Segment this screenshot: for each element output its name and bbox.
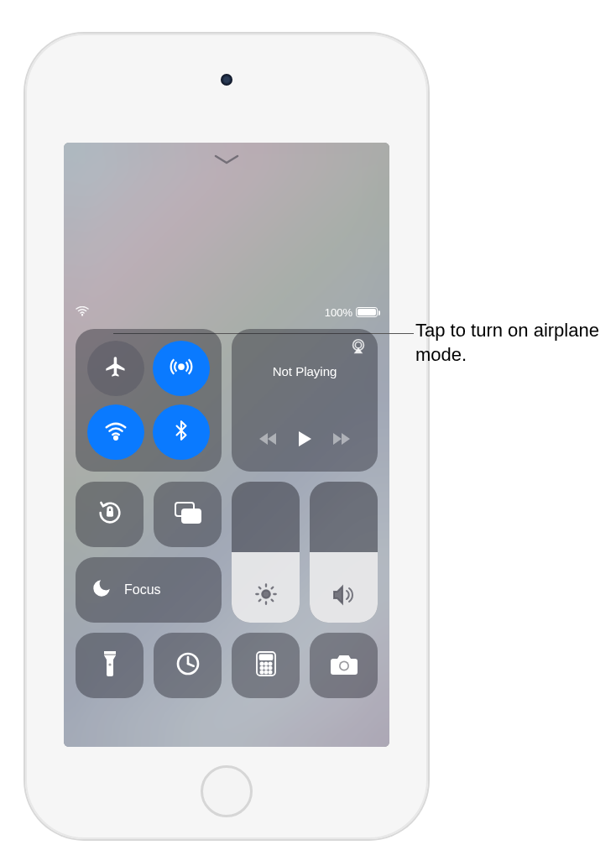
screen: 100%	[64, 143, 389, 747]
wifi-toggle[interactable]	[87, 404, 144, 460]
svg-point-20	[260, 670, 263, 673]
orientation-lock-toggle[interactable]	[76, 482, 144, 547]
battery-icon	[356, 307, 378, 317]
svg-point-1	[179, 364, 184, 369]
airdrop-toggle[interactable]	[153, 341, 210, 396]
play-button[interactable]	[296, 430, 313, 451]
svg-rect-10	[104, 655, 116, 655]
svg-rect-7	[182, 509, 201, 523]
svg-point-15	[264, 662, 267, 665]
timer-button[interactable]	[154, 633, 222, 698]
airdrop-icon	[169, 354, 194, 383]
calculator-button[interactable]	[232, 633, 300, 698]
screen-mirroring-button[interactable]	[154, 482, 222, 547]
svg-point-21	[264, 670, 267, 673]
flashlight-button[interactable]	[76, 633, 144, 698]
media-transport	[242, 430, 368, 451]
moon-icon	[91, 577, 112, 603]
rewind-button[interactable]	[258, 431, 278, 450]
wifi-status-icon	[76, 306, 89, 319]
status-bar: 100%	[64, 302, 389, 322]
battery-percent-label: 100%	[325, 306, 352, 319]
brightness-slider[interactable]	[232, 482, 300, 623]
timer-icon	[175, 650, 201, 681]
connectivity-module[interactable]	[76, 329, 222, 472]
media-module[interactable]: Not Playing	[232, 329, 378, 472]
svg-point-0	[81, 313, 83, 315]
callout-text: Tap to turn on airplane mode.	[415, 319, 600, 367]
volume-icon	[331, 584, 357, 609]
airplay-icon[interactable]	[349, 337, 368, 359]
device-frame: 100%	[25, 34, 428, 839]
focus-label: Focus	[124, 582, 161, 597]
svg-point-14	[260, 662, 263, 665]
calculator-icon	[255, 650, 277, 681]
svg-point-18	[264, 666, 267, 669]
bluetooth-icon	[170, 420, 192, 445]
forward-button[interactable]	[331, 431, 352, 450]
svg-point-2	[114, 436, 117, 440]
camera-button[interactable]	[310, 633, 378, 698]
svg-point-9	[108, 663, 111, 665]
battery-status: 100%	[325, 306, 378, 319]
dismiss-chevron-icon[interactable]	[214, 154, 239, 170]
svg-point-19	[269, 666, 271, 669]
screen-mirroring-icon	[173, 500, 203, 529]
svg-point-4	[355, 342, 361, 348]
flashlight-icon	[102, 650, 117, 681]
svg-point-24	[340, 662, 347, 670]
focus-button[interactable]: Focus	[76, 557, 222, 623]
front-camera	[221, 74, 232, 86]
svg-rect-13	[259, 655, 272, 660]
svg-point-16	[269, 662, 271, 665]
brightness-icon	[254, 582, 278, 609]
wifi-icon	[103, 418, 128, 446]
airplane-icon	[104, 355, 128, 382]
control-center: Not Playing	[76, 329, 378, 735]
media-title: Not Playing	[242, 364, 368, 378]
airplane-mode-toggle[interactable]	[87, 341, 144, 396]
svg-point-17	[260, 666, 263, 669]
svg-point-22	[269, 670, 271, 673]
volume-slider[interactable]	[310, 482, 378, 623]
bluetooth-toggle[interactable]	[153, 404, 210, 460]
camera-icon	[330, 652, 358, 679]
orientation-lock-icon	[96, 498, 124, 530]
home-button[interactable]	[201, 765, 253, 817]
svg-point-8	[262, 590, 269, 597]
